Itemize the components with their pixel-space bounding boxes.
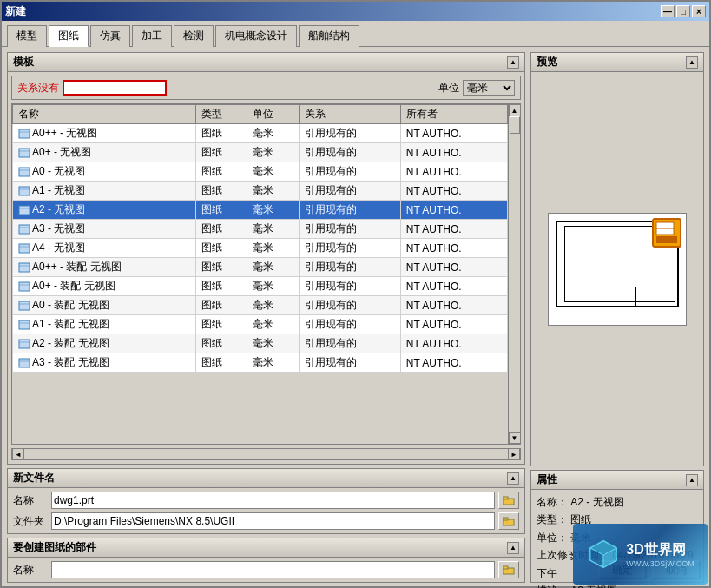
- cell-rel: 引用现有的: [299, 143, 400, 162]
- table-row[interactable]: A0 - 无视图 图纸 毫米 引用现有的 NT AUTHO.: [13, 162, 508, 182]
- cell-rel: 引用现有的: [299, 296, 400, 315]
- filename-name-label: 名称: [13, 493, 48, 508]
- preview-section-title: 预览: [537, 55, 557, 69]
- preview-content: [531, 72, 703, 466]
- svg-rect-18: [19, 301, 30, 310]
- filename-name-input[interactable]: [51, 492, 495, 509]
- cell-name: A2 - 装配 无视图: [13, 334, 196, 353]
- col-owner: 所有者: [400, 105, 507, 124]
- minimize-button[interactable]: —: [661, 5, 675, 17]
- filename-collapse-btn[interactable]: ▲: [507, 472, 519, 485]
- table-row[interactable]: A1 - 无视图 图纸 毫米 引用现有的 NT AUTHO.: [13, 182, 508, 201]
- unit-label: 单位: [438, 81, 459, 96]
- table-row[interactable]: A2 - 装配 无视图 图纸 毫米 引用现有的 NT AUTHO.: [13, 334, 508, 353]
- filename-folder-browse-btn[interactable]: [498, 512, 519, 530]
- scroll-left-btn[interactable]: ◄: [12, 448, 24, 460]
- tab-simulation[interactable]: 仿真: [90, 25, 130, 47]
- cell-type: 图纸: [196, 258, 247, 277]
- table-row[interactable]: A0+ - 无视图 图纸 毫米 引用现有的 NT AUTHO.: [13, 143, 508, 162]
- scroll-thumb[interactable]: [510, 116, 520, 134]
- col-type: 类型: [196, 105, 247, 124]
- part-browse-btn[interactable]: [498, 561, 519, 578]
- watermark-logo: [586, 537, 621, 571]
- cell-type: 图纸: [196, 239, 247, 258]
- table-scrollbar-v[interactable]: ▲ ▼: [508, 104, 520, 444]
- part-section-header: 要创建图纸的部件 ▲: [8, 538, 524, 558]
- part-section: 要创建图纸的部件 ▲ 名称: [7, 538, 525, 583]
- table-row[interactable]: A2 - 无视图 图纸 毫米 引用现有的 NT AUTHO.: [13, 201, 508, 220]
- preview-image: [548, 213, 687, 326]
- template-collapse-btn[interactable]: ▲: [507, 56, 519, 69]
- filename-name-row: 名称: [13, 492, 519, 509]
- scroll-up-btn[interactable]: ▲: [509, 104, 521, 116]
- cell-name: A1 - 装配 无视图: [13, 315, 196, 334]
- scroll-right-btn[interactable]: ►: [508, 448, 520, 460]
- cell-name: A0+ - 装配 无视图: [13, 277, 196, 296]
- watermark-content: 3D世界网 WWW.3DSjW.COM: [586, 537, 695, 571]
- tab-shipbuilding[interactable]: 船舶结构: [299, 25, 359, 47]
- table-row[interactable]: A0++ - 无视图 图纸 毫米 引用现有的 NT AUTHO.: [13, 124, 508, 143]
- cell-unit: 毫米: [247, 315, 299, 334]
- table-row[interactable]: A0++ - 装配 无视图 图纸 毫米 引用现有的 NT AUTHO.: [13, 258, 508, 277]
- tab-inspection[interactable]: 检测: [174, 25, 214, 47]
- tab-bar: 模型 图纸 仿真 加工 检测 机电概念设计 船舶结构: [2, 21, 709, 47]
- preview-collapse-btn[interactable]: ▲: [686, 56, 698, 69]
- tab-mechatronics[interactable]: 机电概念设计: [215, 25, 297, 47]
- cell-rel: 引用现有的: [299, 201, 400, 220]
- cell-unit: 毫米: [247, 258, 299, 277]
- svg-rect-12: [19, 244, 30, 253]
- table-row[interactable]: A4 - 无视图 图纸 毫米 引用现有的 NT AUTHO.: [13, 239, 508, 258]
- filename-folder-input[interactable]: [51, 512, 495, 530]
- cell-owner: NT AUTHO.: [400, 162, 507, 182]
- table-row[interactable]: A3 - 无视图 图纸 毫米 引用现有的 NT AUTHO.: [13, 220, 508, 239]
- svg-rect-27: [503, 497, 508, 499]
- scroll-down-btn[interactable]: ▼: [509, 432, 521, 444]
- cell-rel: 引用现有的: [299, 162, 400, 182]
- svg-rect-10: [19, 225, 30, 234]
- cell-rel: 引用现有的: [299, 124, 400, 143]
- table-row[interactable]: A3 - 装配 无视图 图纸 毫米 引用现有的 NT AUTHO.: [13, 353, 508, 373]
- prop-name-label: 名称：: [537, 496, 568, 508]
- table-hscrollbar[interactable]: ◄ ►: [11, 448, 521, 460]
- cell-rel: 引用现有的: [299, 182, 400, 201]
- filter-row: 关系没有 单位 毫米 英寸: [11, 76, 521, 100]
- template-table-wrapper: 名称 类型 单位 关系 所有者 A0++ - 无视图 图纸 毫米: [11, 103, 521, 445]
- filename-name-browse-btn[interactable]: [498, 492, 519, 509]
- col-unit: 单位: [247, 105, 299, 124]
- col-name: 名称: [13, 105, 196, 124]
- cell-type: 图纸: [196, 296, 247, 315]
- part-name-input[interactable]: [51, 561, 495, 578]
- svg-rect-2: [19, 149, 30, 157]
- preview-section: 预览 ▲: [530, 52, 704, 466]
- cell-name: A0+ - 无视图: [13, 143, 196, 162]
- properties-collapse-btn[interactable]: ▲: [686, 474, 698, 486]
- table-row[interactable]: A0+ - 装配 无视图 图纸 毫米 引用现有的 NT AUTHO.: [13, 277, 508, 296]
- preview-section-header: 预览 ▲: [531, 53, 703, 72]
- cell-name: A2 - 无视图: [13, 201, 196, 220]
- template-table-scroll[interactable]: 名称 类型 单位 关系 所有者 A0++ - 无视图 图纸 毫米: [12, 104, 508, 444]
- cell-unit: 毫米: [247, 220, 299, 239]
- cell-type: 图纸: [196, 334, 247, 353]
- filename-content: 名称 文件夹: [8, 488, 524, 533]
- table-row[interactable]: A1 - 装配 无视图 图纸 毫米 引用现有的 NT AUTHO.: [13, 315, 508, 334]
- cell-type: 图纸: [196, 124, 247, 143]
- tab-drawing[interactable]: 图纸: [49, 25, 89, 47]
- unit-select[interactable]: 毫米 英寸: [463, 80, 515, 96]
- tab-model[interactable]: 模型: [7, 25, 47, 47]
- table-row[interactable]: A0 - 装配 无视图 图纸 毫米 引用现有的 NT AUTHO.: [13, 296, 508, 315]
- cell-unit: 毫米: [247, 277, 299, 296]
- part-name-label: 名称: [13, 563, 48, 578]
- cell-owner: NT AUTHO.: [400, 277, 507, 296]
- cell-rel: 引用现有的: [299, 277, 400, 296]
- cell-type: 图纸: [196, 315, 247, 334]
- properties-section-header: 属性 ▲: [531, 471, 703, 490]
- new-filename-section: 新文件名 ▲ 名称 文件夹: [7, 468, 525, 534]
- close-button[interactable]: ×: [692, 5, 706, 17]
- tab-machining[interactable]: 加工: [132, 25, 172, 47]
- prop-unit-label: 单位：: [537, 532, 568, 544]
- restore-button[interactable]: □: [676, 5, 690, 17]
- svg-rect-34: [656, 236, 677, 243]
- cell-type: 图纸: [196, 353, 247, 373]
- part-collapse-btn[interactable]: ▲: [507, 542, 519, 554]
- filter-input[interactable]: [63, 80, 167, 96]
